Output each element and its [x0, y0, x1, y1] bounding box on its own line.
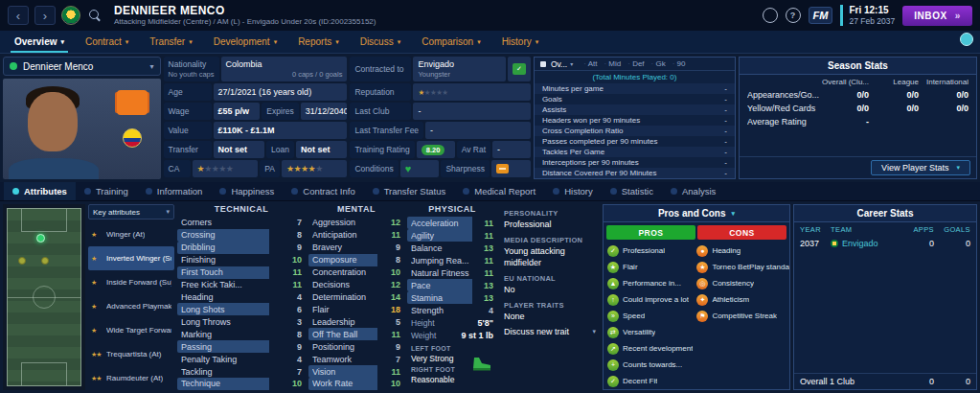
section-tab[interactable]: Medical Report — [454, 182, 544, 200]
con-item[interactable]: ★ Torneo BetPlay standa... — [696, 261, 789, 273]
kit-shirt-icon[interactable] — [117, 90, 148, 115]
nav-tab[interactable]: Reports ▾ — [287, 31, 350, 53]
section-tab[interactable]: Transfer Status — [364, 182, 455, 200]
stat-value: - — [724, 136, 727, 147]
media-description-label: MEDIA DESCRIPTION — [504, 236, 596, 244]
minutes-option[interactable]: 90 — [672, 59, 686, 68]
chevron-down-icon: ▾ — [150, 62, 154, 71]
view-player-stats-button[interactable]: View Player Stats ▾ — [871, 160, 970, 175]
section-tab[interactable]: Contract Info — [283, 182, 363, 200]
role-item[interactable]: ★ Winger (At) — [88, 222, 174, 246]
club-name[interactable]: Envigado — [418, 59, 454, 70]
pro-icon: ✓ — [607, 245, 619, 257]
value-row: Value £110K - £1.1M — [164, 122, 348, 139]
pro-item[interactable]: » Speed — [607, 310, 693, 322]
role-stars: ★ — [91, 327, 103, 335]
nav-tab[interactable]: History ▾ — [491, 31, 550, 53]
minutes-header: Ov... ▾ Att Mid Def Gk 90 — [535, 58, 735, 71]
pro-item[interactable]: ▲ Performance in... — [607, 277, 693, 289]
chevron-down-icon: ▾ — [956, 164, 960, 172]
career-row[interactable]: 2037 Envigado 0 0 — [794, 237, 976, 250]
pros-button[interactable]: PROS — [606, 225, 695, 240]
section-tab[interactable]: Attributes — [4, 182, 76, 200]
overall-dropdown[interactable]: Ov... ▾ — [551, 59, 573, 69]
attribute-name: Bravery — [312, 243, 396, 252]
attribute-name: Work Rate — [312, 379, 391, 388]
pro-item[interactable]: ↗ Recent development — [607, 342, 693, 355]
pro-item[interactable]: ✓ Decent Fit — [607, 375, 693, 387]
cons-button[interactable]: CONS — [697, 225, 786, 240]
inbox-button[interactable]: INBOX » — [902, 6, 972, 26]
con-item[interactable]: ● Heading — [696, 244, 789, 257]
stat-value: - — [724, 83, 727, 94]
attribute-value: 10 — [292, 255, 302, 265]
position-marker-primary[interactable] — [36, 234, 45, 243]
game-day: 27 Feb 2037 — [849, 16, 895, 26]
loan-label: Loan — [266, 141, 294, 158]
season-stats-header[interactable]: Season Stats — [740, 58, 976, 75]
pro-item[interactable]: ↑ Could improve a lot — [607, 293, 693, 306]
pro-item[interactable]: ★ Flair — [607, 261, 693, 273]
attribute-name: Long Throws — [181, 317, 297, 327]
view-toggle-icon[interactable] — [540, 61, 546, 67]
con-item[interactable]: ✦ Athleticism — [696, 293, 789, 306]
section-tab[interactable]: Statistic — [602, 182, 662, 200]
attribute-row: Off The Ball 11 — [308, 328, 404, 340]
pro-icon: ↗ — [607, 343, 619, 355]
nav-tab[interactable]: Contract ▾ — [75, 31, 139, 53]
role-item[interactable]: ★★ Raumdeuter (At) — [88, 366, 174, 390]
pitch-graphic[interactable] — [7, 208, 81, 386]
section-tab[interactable]: Happiness — [211, 182, 283, 200]
stat-row: Headers won per 90 minutes - — [535, 115, 735, 126]
minutes-option[interactable]: Mid — [604, 59, 621, 68]
role-item[interactable]: ★ Wide Target Forward (At) — [88, 318, 174, 342]
career-team[interactable]: Envigado — [831, 239, 901, 248]
section-tab-label: Training — [96, 186, 128, 196]
nav-tab[interactable]: Overview ▾ — [4, 31, 75, 53]
pros-cons-dropdown[interactable]: Pros and Cons ▾ — [604, 205, 789, 222]
physical-panel: PHYSICAL Acceleration 11 Agility 11 Bala… — [407, 204, 497, 390]
con-item[interactable]: ◎ Consistency — [696, 277, 789, 289]
search-icon[interactable] — [88, 9, 103, 23]
section-tab[interactable]: Information — [137, 182, 212, 200]
label-text: Nationality — [169, 59, 207, 69]
role-item[interactable]: ★ Inside Forward (Su) — [88, 270, 174, 294]
role-item[interactable]: ★★ Trequartista (At) — [88, 342, 174, 366]
section-tab[interactable]: History — [544, 182, 602, 200]
back-button[interactable]: ‹ — [8, 6, 29, 25]
notification-bubble[interactable] — [960, 33, 973, 46]
pro-item[interactable]: ✓ Professional — [607, 244, 693, 257]
stat-league: 0/0 — [869, 90, 919, 100]
discuss-new-trait-dropdown[interactable]: Discuss new trait ▾ — [504, 327, 596, 336]
career-stats-header[interactable]: Career Stats — [794, 205, 976, 222]
colombia-badge-icon[interactable] — [123, 128, 142, 148]
pitch-panel — [3, 204, 85, 390]
attribute-value: 7 — [396, 355, 400, 364]
con-item[interactable]: ⚑ Competitive Streak — [696, 310, 789, 322]
section-tab[interactable]: Training — [76, 182, 137, 200]
position-marker-secondary[interactable] — [18, 257, 26, 265]
role-item[interactable]: ★ Advanced Playmaker (Su) — [88, 294, 174, 318]
minutes-option[interactable]: Att — [583, 59, 597, 68]
minutes-option[interactable]: Gk — [651, 59, 666, 68]
attribute-name: Strength — [411, 306, 489, 315]
minutes-option[interactable]: Def — [627, 59, 644, 68]
pa-gold-stars: ★★★★ — [286, 164, 315, 173]
pro-item[interactable]: + Counts towards... — [607, 358, 693, 371]
nav-tab[interactable]: Discuss ▾ — [350, 31, 412, 53]
nav-tab[interactable]: Development ▾ — [203, 31, 287, 53]
section-tab[interactable]: Analysis — [662, 182, 724, 200]
team-badge-icon — [831, 240, 838, 247]
position-marker-secondary[interactable] — [41, 257, 49, 265]
pro-item[interactable]: ⇄ Versatility — [607, 326, 693, 338]
key-attributes-dropdown[interactable]: Key attributes ▾ — [88, 204, 174, 220]
forward-button[interactable]: › — [34, 6, 56, 25]
role-item[interactable]: ★ Inverted Winger (Su) — [88, 246, 174, 270]
attribute-row: Heading 4 — [177, 291, 306, 304]
nav-tab[interactable]: Comparison ▾ — [411, 31, 490, 53]
nav-tab[interactable]: Transfer ▾ — [139, 31, 202, 53]
role-label: Wide Target Forward (At) — [106, 326, 171, 335]
world-icon[interactable] — [763, 8, 778, 23]
player-selector-dropdown[interactable]: Dennieer Menco ▾ — [3, 57, 161, 76]
help-icon[interactable]: ? — [786, 8, 801, 23]
